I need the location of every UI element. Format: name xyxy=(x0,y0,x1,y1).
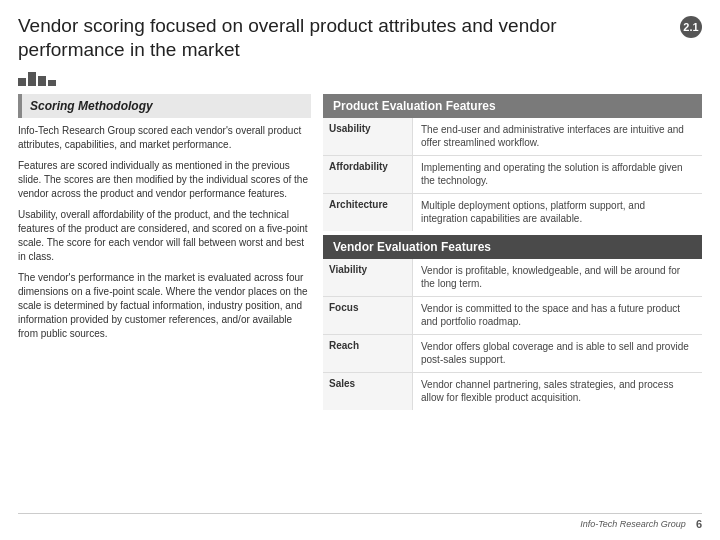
eval-desc: The end-user and administrative interfac… xyxy=(413,118,702,155)
eval-label: Reach xyxy=(323,335,413,372)
table-row: Viability Vendor is profitable, knowledg… xyxy=(323,259,702,297)
eval-desc: Vendor offers global coverage and is abl… xyxy=(413,335,702,372)
vendor-eval-table: Viability Vendor is profitable, knowledg… xyxy=(323,259,702,410)
bar1 xyxy=(18,78,26,86)
table-row: Affordability Implementing and operating… xyxy=(323,156,702,194)
scoring-methodology-header: Scoring Methodology xyxy=(18,94,311,118)
eval-label: Focus xyxy=(323,297,413,334)
table-row: Sales Vendor channel partnering, sales s… xyxy=(323,373,702,410)
eval-desc: Vendor is committed to the space and has… xyxy=(413,297,702,334)
footer-row: Info-Tech Research Group 6 xyxy=(18,513,702,530)
bar4 xyxy=(48,80,56,86)
product-eval-header: Product Evaluation Features xyxy=(323,94,702,118)
eval-label: Sales xyxy=(323,373,413,410)
eval-desc: Multiple deployment options, platform su… xyxy=(413,194,702,231)
right-column: Product Evaluation Features Usability Th… xyxy=(323,94,702,508)
slide-number: 2.1 xyxy=(680,16,702,38)
page-title: Vendor scoring focused on overall produc… xyxy=(18,14,658,62)
left-para-4: The vendor's performance in the market i… xyxy=(18,271,311,341)
eval-desc: Implementing and operating the solution … xyxy=(413,156,702,193)
eval-label: Affordability xyxy=(323,156,413,193)
header-row: Vendor scoring focused on overall produc… xyxy=(18,14,702,62)
eval-label: Viability xyxy=(323,259,413,296)
footer-brand: Info-Tech Research Group xyxy=(580,519,686,529)
left-para-3: Usability, overall affordability of the … xyxy=(18,208,311,264)
table-row: Focus Vendor is committed to the space a… xyxy=(323,297,702,335)
table-row: Reach Vendor offers global coverage and … xyxy=(323,335,702,373)
eval-label: Usability xyxy=(323,118,413,155)
eval-desc: Vendor channel partnering, sales strateg… xyxy=(413,373,702,410)
eval-label: Architecture xyxy=(323,194,413,231)
footer-page: 6 xyxy=(696,518,702,530)
table-row: Architecture Multiple deployment options… xyxy=(323,194,702,231)
left-para-1: Info-Tech Research Group scored each ven… xyxy=(18,124,311,152)
left-column: Scoring Methodology Info-Tech Research G… xyxy=(18,94,323,508)
vendor-eval-header: Vendor Evaluation Features xyxy=(323,235,702,259)
bar-indicator xyxy=(18,68,702,86)
product-eval-table: Usability The end-user and administrativ… xyxy=(323,118,702,231)
left-para-2: Features are scored individually as ment… xyxy=(18,159,311,201)
page-container: Vendor scoring focused on overall produc… xyxy=(0,0,720,540)
eval-desc: Vendor is profitable, knowledgeable, and… xyxy=(413,259,702,296)
bar3 xyxy=(38,76,46,86)
table-row: Usability The end-user and administrativ… xyxy=(323,118,702,156)
bar2 xyxy=(28,72,36,86)
content-area: Scoring Methodology Info-Tech Research G… xyxy=(18,94,702,508)
